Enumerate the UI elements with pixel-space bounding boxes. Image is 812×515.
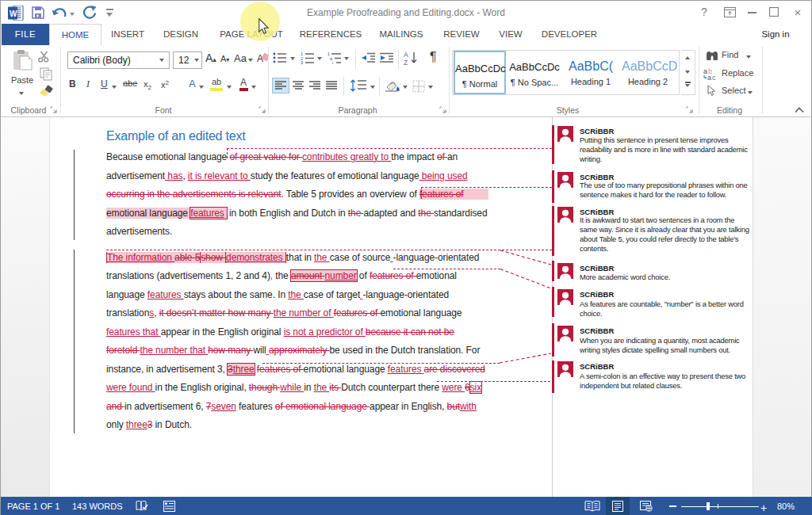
svg-text:a: a — [707, 74, 711, 81]
svg-text:c: c — [712, 74, 716, 81]
svg-text:Z: Z — [404, 59, 408, 66]
svg-text:3: 3 — [301, 60, 303, 64]
svg-text:W: W — [10, 10, 17, 18]
svg-text:i: i — [332, 60, 333, 64]
svg-text:A: A — [404, 51, 408, 59]
